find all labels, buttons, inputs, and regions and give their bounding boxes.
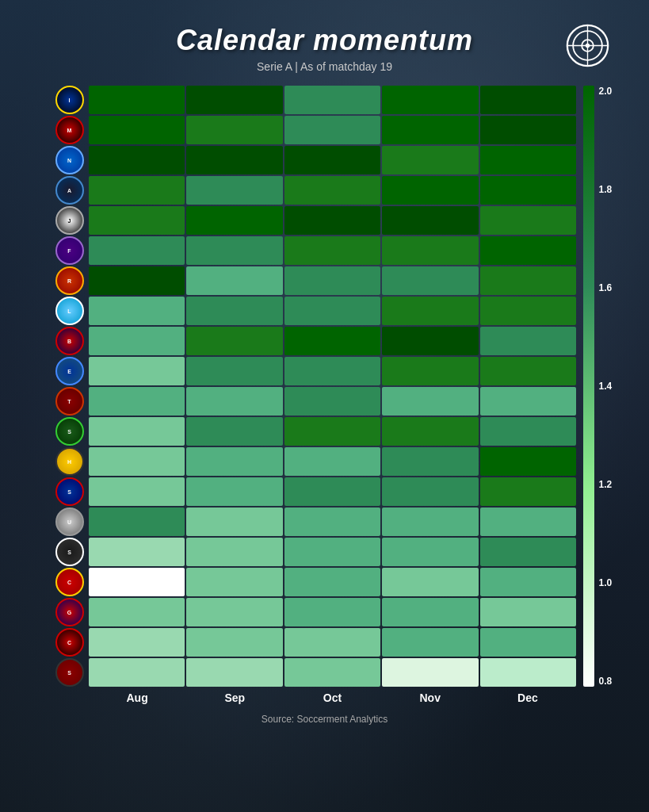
team-badge-torino: T — [55, 387, 84, 416]
heatmap-cell — [480, 146, 577, 174]
heatmap-cell — [382, 417, 479, 446]
heatmap-cell — [480, 417, 577, 446]
heatmap-cell — [89, 568, 185, 596]
team-badge-juventus: J — [55, 206, 84, 235]
heatmap-cell — [284, 116, 381, 144]
x-axis-label: Aug — [89, 691, 186, 704]
chart-title: Calendar momentum — [16, 24, 633, 57]
team-badge-sassuolo: S — [55, 417, 84, 446]
heatmap-cell — [480, 206, 577, 235]
heatmap-cell — [382, 206, 479, 235]
heatmap-cell — [89, 538, 185, 566]
team-badge-hellas-verona: H — [55, 447, 84, 476]
heatmap-cell — [284, 357, 381, 385]
heatmap-cell — [186, 598, 283, 626]
colorbar — [583, 86, 594, 687]
heatmap-cell — [186, 297, 283, 325]
y-axis-label: 0.8 — [599, 676, 613, 687]
heatmap-cell — [89, 508, 185, 536]
team-badge-ac-milan: M — [55, 116, 84, 144]
heatmap-cell — [480, 477, 577, 506]
team-badge-spezia: S — [55, 538, 84, 566]
heatmap-cell — [382, 508, 479, 536]
y-axis-label: 2.0 — [599, 86, 613, 97]
heatmap-cell — [89, 176, 185, 205]
y-axis-label: 1.8 — [599, 184, 613, 195]
serie-a-logo — [566, 24, 609, 67]
heatmap-cell — [89, 477, 185, 506]
heatmap-cell — [186, 658, 283, 687]
heatmap-cell — [284, 146, 381, 174]
team-badge-sampdoria: S — [55, 477, 84, 506]
team-badge-lazio: L — [55, 297, 84, 325]
header: Calendar momentum Serie A | As of matchd… — [16, 24, 633, 73]
chart-subtitle: Serie A | As of matchday 19 — [16, 60, 633, 73]
team-badge-cremonese: C — [55, 568, 84, 596]
heatmap-cell — [186, 86, 283, 114]
team-badge-salernitana: S — [55, 658, 84, 687]
team-badge-napoli: N — [55, 146, 84, 174]
heatmap-cell — [382, 86, 479, 114]
heatmap-cell — [89, 357, 185, 385]
heatmap-cell — [89, 266, 185, 295]
heatmap-cell — [382, 598, 479, 626]
team-badge-roma: R — [55, 266, 84, 295]
heatmap-cell — [89, 447, 185, 476]
heatmap-cell — [284, 598, 381, 626]
heatmap-cell — [480, 508, 577, 536]
heatmap-cell — [186, 327, 283, 355]
heatmap-cell — [382, 266, 479, 295]
heatmap-cell — [382, 538, 479, 566]
heatmap-cell — [382, 176, 479, 205]
heatmap-cell — [480, 327, 577, 355]
heatmap-grid — [89, 86, 577, 687]
team-badge-bologna: B — [55, 327, 84, 355]
heatmap-cell — [284, 236, 381, 265]
heatmap-cell — [186, 387, 283, 416]
heatmap-cell — [89, 387, 185, 416]
x-axis-label: Dec — [479, 691, 576, 704]
heatmap-cell — [186, 266, 283, 295]
heatmap-cell — [382, 146, 479, 174]
heatmap-cell — [284, 538, 381, 566]
heatmap-cell — [382, 628, 479, 657]
heatmap-cell — [186, 206, 283, 235]
main-content: Calendar momentum Serie A | As of matchd… — [0, 0, 649, 812]
heatmap-cell — [480, 176, 577, 205]
y-axis-label: 1.4 — [599, 381, 613, 392]
heatmap-cell — [382, 357, 479, 385]
heatmap-cell — [284, 568, 381, 596]
team-badge-atalanta: A — [55, 176, 84, 205]
team-badge-empoli: E — [55, 357, 84, 385]
heatmap-cell — [382, 477, 479, 506]
heatmap-cell — [89, 417, 185, 446]
heatmap-cell — [480, 598, 577, 626]
heatmap-cell — [284, 266, 381, 295]
heatmap-cell — [480, 387, 577, 416]
heatmap-cell — [480, 628, 577, 657]
heatmap-cell — [284, 628, 381, 657]
heatmap-cell — [480, 658, 577, 687]
heatmap-cell — [382, 658, 479, 687]
heatmap-cell — [186, 568, 283, 596]
heatmap-cell — [186, 538, 283, 566]
team-badge-genoa: G — [55, 598, 84, 626]
heatmap-cell — [480, 357, 577, 385]
team-badge-udinese: U — [55, 508, 84, 536]
y-axis-label: 1.6 — [599, 282, 613, 293]
heatmap-cell — [186, 417, 283, 446]
y-axis-label: 1.0 — [599, 577, 613, 588]
heatmap-cell — [382, 297, 479, 325]
x-axis-label: Nov — [381, 691, 479, 704]
heatmap-cell — [480, 266, 577, 295]
source-label: Source: Soccerment Analytics — [262, 714, 387, 725]
heatmap-cell — [186, 477, 283, 506]
heatmap-cell — [284, 387, 381, 416]
heatmap-cell — [89, 658, 185, 687]
heatmap-cell — [186, 146, 283, 174]
heatmap-cell — [186, 447, 283, 476]
heatmap-cell — [89, 86, 185, 114]
heatmap-cell — [89, 327, 185, 355]
y-axis-label: 1.2 — [599, 479, 613, 490]
heatmap-cell — [284, 508, 381, 536]
